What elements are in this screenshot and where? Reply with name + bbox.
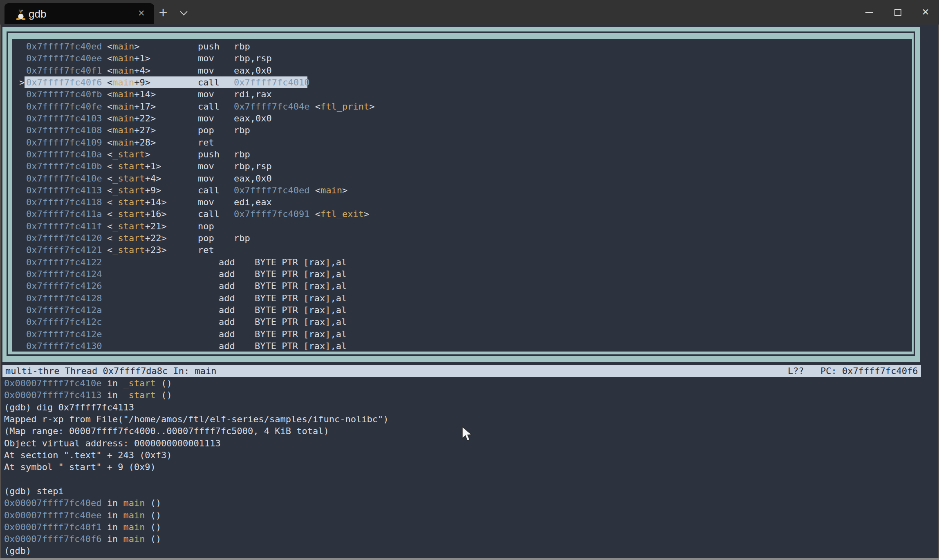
instruction-address: 0x7ffff7fc410a <box>26 148 102 160</box>
instruction-address: 0x7ffff7fc4120 <box>26 232 102 244</box>
console-line: 0x00007ffff7fc410e in _start () <box>4 377 172 390</box>
status-line-indicator: L?? <box>788 365 804 377</box>
instruction-mnemonic: mov <box>198 160 214 172</box>
instruction-operands: BYTE PTR [rax],al <box>255 268 347 280</box>
console-line: (Map range: 00007ffff7fc4000..00007ffff7… <box>4 425 329 437</box>
instruction-address: 0x7ffff7fc410b <box>26 160 102 172</box>
instruction-mnemonic: call <box>198 208 220 220</box>
instruction-operands: eax,0x0 <box>234 172 272 184</box>
instruction-mnemonic: push <box>198 148 220 160</box>
instruction-address: 0x7ffff7fc4113 <box>26 184 102 196</box>
instruction-symbol: <main> <box>107 40 139 52</box>
instruction-symbol: <_start+9> <box>107 184 161 196</box>
instruction-address: 0x7ffff7fc40ed <box>26 40 102 52</box>
asm-row: 0x7ffff7fc4120<_start+22>poprbp <box>12 232 912 244</box>
instruction-mnemonic: add <box>219 304 235 316</box>
window-close-button[interactable]: × <box>912 0 939 25</box>
console-line: Object virtual address: 0000000000001113 <box>4 437 221 450</box>
instruction-symbol: <main+1> <box>107 52 150 64</box>
asm-row: 0x7ffff7fc4126addBYTE PTR [rax],al <box>12 280 912 292</box>
asm-row: 0x7ffff7fc410a<_start>pushrbp <box>12 148 912 161</box>
instruction-symbol: <main+22> <box>107 112 156 124</box>
window-border-left <box>0 25 1 560</box>
assembly-window-frame: 0x7ffff7fc40ed<main>pushrbp0x7ffff7fc40e… <box>2 27 920 362</box>
asm-row: 0x7ffff7fc4118<_start+14>movedi,eax <box>12 196 912 208</box>
instruction-mnemonic: mov <box>198 172 214 184</box>
instruction-address: 0x7ffff7fc411f <box>26 220 102 232</box>
instruction-symbol: <_start+21> <box>107 220 167 232</box>
asm-row: 0x7ffff7fc412eaddBYTE PTR [rax],al <box>12 328 912 340</box>
instruction-mnemonic: add <box>219 340 235 352</box>
instruction-operands: 0x7ffff7fc4091 <ftl_exit> <box>234 208 369 220</box>
instruction-mnemonic: add <box>219 256 235 268</box>
instruction-address: 0x7ffff7fc40fe <box>26 101 102 112</box>
instruction-mnemonic: add <box>219 280 235 292</box>
instruction-address: 0x7ffff7fc4122 <box>26 256 102 268</box>
instruction-symbol: <_start+1> <box>107 160 161 172</box>
instruction-address: 0x7ffff7fc410e <box>26 172 102 184</box>
instruction-mnemonic: push <box>198 40 220 52</box>
minimize-icon <box>865 12 873 13</box>
instruction-mnemonic: mov <box>198 65 214 76</box>
instruction-operands: rbp,rsp <box>234 52 272 64</box>
gdb-status-bar: multi-thre Thread 0x7ffff7da8c In: main … <box>2 365 921 377</box>
new-tab-button[interactable]: + <box>155 5 171 21</box>
instruction-operands: rbp <box>234 124 250 136</box>
asm-row: 0x7ffff7fc4103<main+22>moveax,0x0 <box>12 112 912 125</box>
asm-row: 0x7ffff7fc4128addBYTE PTR [rax],al <box>12 292 912 305</box>
gdb-console[interactable]: 0x00007ffff7fc410e in _start ()0x00007ff… <box>0 377 921 558</box>
asm-row: 0x7ffff7fc4130addBYTE PTR [rax],al <box>12 340 912 352</box>
tab-close-icon[interactable]: × <box>134 6 148 20</box>
instruction-mnemonic: add <box>219 292 235 304</box>
instruction-address: 0x7ffff7fc4124 <box>26 268 102 280</box>
instruction-operands: eax,0x0 <box>234 112 272 124</box>
tab-dropdown-button[interactable] <box>176 5 192 21</box>
instruction-symbol: <main+27> <box>107 124 156 136</box>
console-line: Mapped r-xp from File("/home/amos/ftl/el… <box>4 413 388 426</box>
instruction-operands: rdi,rax <box>234 88 272 100</box>
asm-row: 0x7ffff7fc4109<main+28>ret <box>12 137 912 149</box>
instruction-operands: BYTE PTR [rax],al <box>255 280 347 292</box>
instruction-address: 0x7ffff7fc4108 <box>26 124 102 136</box>
instruction-mnemonic: nop <box>198 220 214 232</box>
instruction-mnemonic: call <box>198 184 220 196</box>
instruction-mnemonic: add <box>219 316 235 328</box>
asm-row: >0x7ffff7fc40f6<main+9>call0x7ffff7fc401… <box>12 76 912 89</box>
console-line: 0x00007ffff7fc40f6 in main () <box>4 533 161 545</box>
instruction-mnemonic: ret <box>198 244 214 256</box>
instruction-operands: rbp <box>234 232 250 244</box>
mouse-cursor <box>461 426 473 442</box>
instruction-address: 0x7ffff7fc412a <box>26 304 102 316</box>
terminal-tab-gdb[interactable]: gdb × <box>4 3 154 24</box>
instruction-mnemonic: pop <box>198 124 214 136</box>
instruction-symbol: <_start+22> <box>107 232 167 244</box>
console-line: 0x00007ffff7fc40ed in main () <box>4 497 161 509</box>
instruction-mnemonic: pop <box>198 232 214 244</box>
instruction-mnemonic: ret <box>198 137 214 148</box>
assembly-window[interactable]: 0x7ffff7fc40ed<main>pushrbp0x7ffff7fc40e… <box>12 39 912 352</box>
maximize-button[interactable] <box>883 0 912 25</box>
instruction-operands: BYTE PTR [rax],al <box>255 292 347 304</box>
instruction-symbol: <_start+14> <box>107 196 167 208</box>
instruction-operands: rbp,rsp <box>234 160 272 172</box>
instruction-address: 0x7ffff7fc4126 <box>26 280 102 292</box>
instruction-operands: BYTE PTR [rax],al <box>255 304 347 316</box>
instruction-symbol: <_start> <box>107 148 150 160</box>
instruction-mnemonic: add <box>219 328 235 340</box>
asm-row: 0x7ffff7fc40ed<main>pushrbp <box>12 40 912 53</box>
instruction-operands: BYTE PTR [rax],al <box>255 256 347 268</box>
instruction-symbol: <main+14> <box>107 88 156 100</box>
asm-row: 0x7ffff7fc40f1<main+4>moveax,0x0 <box>12 65 912 77</box>
asm-row: 0x7ffff7fc40ee<main+1>movrbp,rsp <box>12 52 912 65</box>
instruction-symbol: <main+4> <box>107 65 150 76</box>
minimize-button[interactable] <box>855 0 883 25</box>
window-close-icon: × <box>912 0 939 25</box>
instruction-mnemonic: call <box>198 101 220 112</box>
instruction-mnemonic: call <box>198 76 220 88</box>
console-line: (gdb) stepi <box>4 485 64 497</box>
instruction-operands: 0x7ffff7fc404e <ftl_print> <box>234 101 374 112</box>
instruction-operands: rbp <box>234 40 250 52</box>
title-bar: gdb × + × <box>0 0 939 25</box>
instruction-address: 0x7ffff7fc4109 <box>26 137 102 148</box>
asm-row: 0x7ffff7fc4113<_start+9>call0x7ffff7fc40… <box>12 184 912 197</box>
